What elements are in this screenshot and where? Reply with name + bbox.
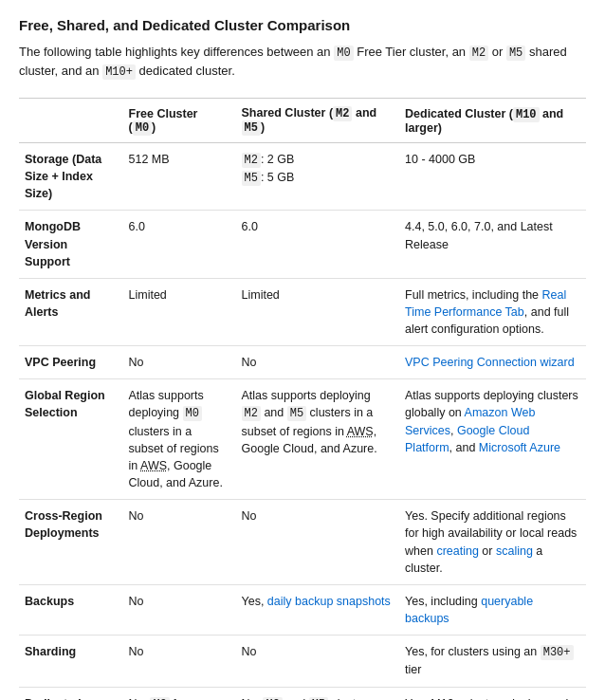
aws-underline: AWS [140,459,167,472]
shared-value: Yes, daily backup snapshots [236,584,400,635]
m2-code: M2 [263,697,282,700]
col-shared: Shared Cluster (M2 and M5) [236,99,400,143]
free-value: Atlas supports deploying M0 clusters in … [123,379,236,500]
free-value: No, M0 free clusters run in a shared env… [123,687,236,700]
dedicated-value: Yes, including queryable backups [399,584,586,635]
table-row: Storage (Data Size + Index Size) 512 MB … [19,143,586,211]
vpc-peering-link[interactable]: VPC Peering Connection wizard [405,356,575,369]
table-row: Dedicated Cluster No, M0 free clusters r… [19,687,586,700]
shared-value: No [236,636,400,688]
feature-label: Backups [19,584,123,635]
feature-label: Storage (Data Size + Index Size) [19,143,123,211]
comparison-table: Free Cluster (M0) Shared Cluster (M2 and… [19,98,586,700]
table-row: Metrics and Alerts Limited Limited Full … [19,278,586,345]
real-time-perf-link[interactable]: Real Time Performance Tab [405,288,566,319]
free-value: 6.0 [123,211,236,278]
dedicated-value: Full metrics, including the Real Time Pe… [399,278,586,345]
shared-value: 6.0 [236,211,400,278]
m0-code: M0 [183,406,202,421]
feature-label: Dedicated Cluster [19,687,123,700]
azure-link[interactable]: Microsoft Azure [479,441,560,454]
feature-label: Cross-Region Deployments [19,500,123,585]
m0-code: M0 [334,46,353,61]
creating-link[interactable]: creating [436,544,478,558]
dedicated-value: Yes, for clusters using an M30+ tier [399,636,586,688]
m5-code: M5 [506,46,525,61]
free-value: No [123,584,236,635]
m0-header-code: M0 [133,120,152,136]
m30-code: M30+ [541,645,574,660]
intro-text: The following table highlights key diffe… [19,43,586,81]
queryable-backups-link[interactable]: queryable backups [405,595,533,625]
daily-backup-link[interactable]: daily backup snapshots [267,595,391,608]
aws-underline2: AWS [347,425,374,438]
m2-code: M2 [242,406,261,421]
dedicated-value: VPC Peering Connection wizard [399,346,586,379]
page-title: Free, Shared, and Dedicated Cluster Comp… [19,17,586,33]
shared-value: M2: 2 GBM5: 5 GB [236,143,400,211]
m5-code: M5 [242,171,261,186]
table-row: MongoDB Version Support 6.0 6.0 4.4, 5.0… [19,211,586,278]
dedicated-value: 4.4, 5.0, 6.0, 7.0, and Latest Release [399,211,586,278]
free-value: 512 MB [123,143,236,211]
m5-code: M5 [287,406,306,421]
feature-label: Sharding [19,636,123,688]
m5-code: M5 [309,697,328,700]
free-value: Limited [123,278,236,345]
col-free: Free Cluster (M0) [123,99,236,143]
table-row: Backups No Yes, daily backup snapshots Y… [19,584,586,635]
shared-value: Atlas supports deploying M2 and M5 clust… [236,379,400,500]
table-row: Global Region Selection Atlas supports d… [19,379,586,500]
feature-label: Metrics and Alerts [19,278,123,345]
dedicated-value: Yes, M10+ clusters deploy each mongod pr… [399,687,586,700]
free-value: No [123,346,236,379]
free-value: No [123,636,236,688]
shared-value: Limited [236,278,400,345]
feature-label: Global Region Selection [19,379,123,500]
dedicated-value: 10 - 4000 GB [399,143,586,211]
feature-label: VPC Peering [19,346,123,379]
m0-code: M0 [150,697,169,700]
shared-value: No [236,500,400,585]
col-dedicated: Dedicated Cluster (M10 and larger) [399,99,586,143]
m10-code: M10+ [102,64,136,80]
col-feature [19,99,123,143]
shared-value: No [236,346,400,379]
free-value: No [123,500,236,585]
dedicated-value: Yes. Specify additional regions for high… [399,500,586,585]
table-row: VPC Peering No No VPC Peering Connection… [19,346,586,379]
table-header-row: Free Cluster (M0) Shared Cluster (M2 and… [19,99,586,143]
table-row: Sharding No No Yes, for clusters using a… [19,636,586,688]
m2-code: M2 [469,46,488,61]
m10-header-code: M10 [513,107,540,122]
m5-header-code: M5 [242,120,261,136]
feature-label: MongoDB Version Support [19,211,123,278]
scaling-link[interactable]: scaling [496,544,533,558]
dedicated-value: Atlas supports deploying clusters global… [399,379,586,500]
m2-header-code: M2 [333,106,352,121]
shared-value: No, M2 and M5 clusters run in a shared e… [236,687,400,700]
m2-code: M2 [242,153,261,168]
table-row: Cross-Region Deployments No No Yes. Spec… [19,500,586,585]
